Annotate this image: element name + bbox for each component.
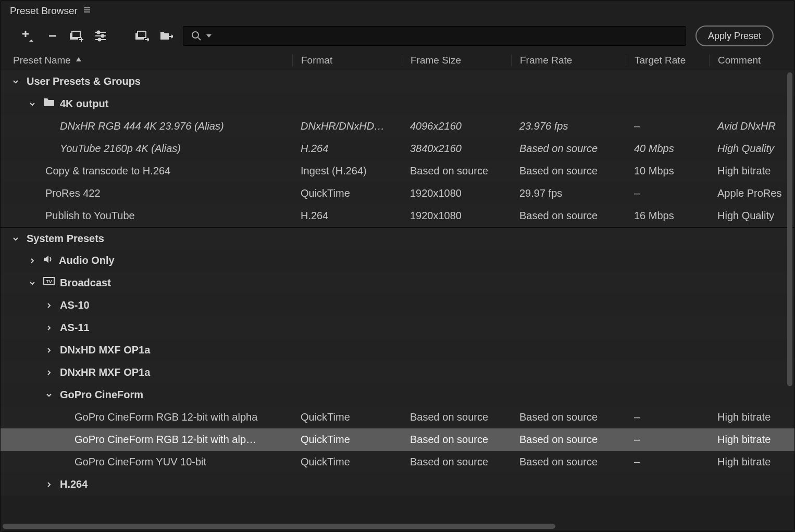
column-frame-size[interactable]: Frame Size <box>402 55 511 66</box>
group-dnxhd[interactable]: DNxHD MXF OP1a <box>1 339 794 361</box>
column-preset-name[interactable]: Preset Name <box>1 55 292 66</box>
horizontal-scrollbar[interactable] <box>1 523 794 531</box>
add-preset-icon[interactable] <box>21 29 36 43</box>
search-text[interactable] <box>216 31 678 41</box>
remove-preset-icon[interactable] <box>45 29 60 43</box>
scrollbar-thumb[interactable] <box>787 72 792 386</box>
preset-row-selected[interactable]: GoPro CineForm RGB 12-bit with alp… Quic… <box>1 428 794 451</box>
svg-text:TV: TV <box>46 279 52 284</box>
chevron-right-icon[interactable] <box>43 367 55 378</box>
panel-menu-icon[interactable] <box>83 5 91 17</box>
chevron-down-icon[interactable] <box>27 277 38 289</box>
column-headers: Preset Name Format Frame Size Frame Rate… <box>1 50 794 70</box>
tv-icon: TV <box>43 277 55 289</box>
speaker-icon <box>43 255 54 267</box>
panel-header: Preset Browser <box>1 1 794 21</box>
panel-title: Preset Browser <box>10 5 78 17</box>
sort-asc-icon <box>75 55 82 66</box>
group-as10[interactable]: AS-10 <box>1 294 794 316</box>
svg-marker-21 <box>206 34 212 37</box>
group-dnxhr[interactable]: DNxHR MXF OP1a <box>1 361 794 384</box>
settings-icon[interactable] <box>93 29 108 43</box>
chevron-right-icon[interactable] <box>43 345 55 356</box>
folder-icon <box>43 98 55 110</box>
chevron-down-icon[interactable] <box>43 389 55 401</box>
vertical-scrollbar[interactable] <box>787 72 792 521</box>
preset-row[interactable]: YouTube 2160p 4K (Alias) H.264 3840x2160… <box>1 137 794 160</box>
group-user-presets[interactable]: User Presets & Groups <box>1 70 794 93</box>
preset-tree: User Presets & Groups 4K output DNxHR RG… <box>1 70 794 523</box>
svg-rect-18 <box>138 31 146 37</box>
svg-rect-8 <box>72 31 80 37</box>
export-preset-icon[interactable] <box>159 29 173 43</box>
group-gopro[interactable]: GoPro CineForm <box>1 384 794 406</box>
import-preset-icon[interactable] <box>135 29 150 43</box>
preset-row[interactable]: ProRes 422 QuickTime 1920x1080 29.97 fps… <box>1 182 794 205</box>
search-input[interactable] <box>183 26 686 46</box>
chevron-right-icon[interactable] <box>43 479 55 490</box>
group-audio-only[interactable]: Audio Only <box>1 249 794 272</box>
column-frame-rate[interactable]: Frame Rate <box>511 55 626 66</box>
apply-preset-button[interactable]: Apply Preset <box>695 26 774 46</box>
chevron-down-icon[interactable] <box>10 76 21 87</box>
svg-marker-5 <box>29 40 33 42</box>
chevron-right-icon[interactable] <box>43 300 55 311</box>
svg-marker-22 <box>76 57 81 61</box>
svg-point-14 <box>102 35 104 37</box>
group-as11[interactable]: AS-11 <box>1 316 794 339</box>
preset-row[interactable]: GoPro CineForm RGB 12-bit with alpha Qui… <box>1 406 794 428</box>
preset-row[interactable]: Publish to YouTube H.264 1920x1080 Based… <box>1 205 794 227</box>
chevron-right-icon[interactable] <box>27 255 38 267</box>
svg-point-12 <box>97 31 100 34</box>
preset-browser-panel: Preset Browser <box>0 0 795 532</box>
new-group-icon[interactable] <box>69 29 84 43</box>
chevron-down-icon[interactable] <box>27 98 38 110</box>
preset-row[interactable]: GoPro CineForm YUV 10-bit QuickTime Base… <box>1 451 794 473</box>
preset-row[interactable]: Copy & transcode to H.264 Ingest (H.264)… <box>1 160 794 182</box>
svg-line-20 <box>198 37 201 40</box>
chevron-right-icon[interactable] <box>43 322 55 334</box>
svg-point-16 <box>98 39 101 41</box>
toolbar: Apply Preset <box>1 21 794 50</box>
folder-4k-output[interactable]: 4K output <box>1 93 794 115</box>
group-system-presets[interactable]: System Presets <box>1 227 794 249</box>
svg-point-19 <box>192 32 198 38</box>
chevron-down-icon[interactable] <box>10 233 21 245</box>
preset-row[interactable]: DNxHR RGB 444 4K 23.976 (Alias) DNxHR/DN… <box>1 115 794 137</box>
group-h264[interactable]: H.264 <box>1 473 794 496</box>
column-comment[interactable]: Comment <box>709 55 794 66</box>
group-broadcast[interactable]: TV Broadcast <box>1 272 794 294</box>
column-format[interactable]: Format <box>292 55 402 66</box>
scrollbar-thumb[interactable] <box>3 524 555 529</box>
column-target-rate[interactable]: Target Rate <box>626 55 709 66</box>
